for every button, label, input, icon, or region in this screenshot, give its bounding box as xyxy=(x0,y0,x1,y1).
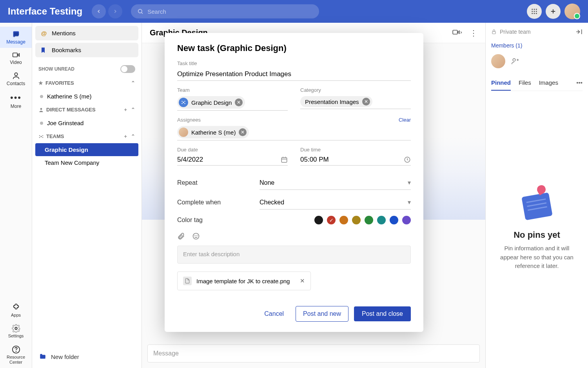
post-and-close-button[interactable]: Post and close xyxy=(354,306,411,321)
team-label: Team xyxy=(177,87,288,93)
svg-point-37 xyxy=(184,103,185,104)
color-swatch[interactable] xyxy=(314,216,323,224)
new-task-modal: New task (Graphic Design) Task title Tea… xyxy=(165,33,423,332)
due-date-value[interactable]: 5/4/2022 xyxy=(177,156,203,164)
calendar-icon[interactable] xyxy=(281,156,288,163)
assignees-label: Assignees xyxy=(177,117,201,123)
due-time-label: Due time xyxy=(300,147,411,153)
file-icon xyxy=(183,277,192,285)
svg-rect-38 xyxy=(281,158,287,162)
emoji-button[interactable] xyxy=(192,232,200,240)
task-title-input[interactable] xyxy=(177,68,411,81)
due-time-value[interactable]: 05:00 PM xyxy=(300,156,329,164)
remove-team-chip[interactable]: ✕ xyxy=(235,98,243,106)
attachment-chip: Image template for JK to create.png ✕ xyxy=(177,271,311,290)
color-swatch[interactable] xyxy=(339,216,348,224)
assignee-avatar xyxy=(179,128,188,137)
svg-point-43 xyxy=(193,233,199,239)
svg-point-36 xyxy=(181,103,182,104)
remove-category-chip[interactable]: ✕ xyxy=(362,98,370,106)
post-and-new-button[interactable]: Post and new xyxy=(296,306,348,322)
clear-assignees-button[interactable]: Clear xyxy=(399,117,411,123)
svg-point-35 xyxy=(184,101,185,102)
svg-point-33 xyxy=(183,102,184,103)
chevron-down-icon: ▾ xyxy=(408,199,411,206)
svg-point-34 xyxy=(181,101,182,102)
team-chip[interactable]: Graphic Design ✕ xyxy=(177,96,245,109)
color-swatch[interactable] xyxy=(352,216,361,224)
team-chip-icon xyxy=(179,98,188,107)
category-label: Category xyxy=(300,87,411,93)
modal-overlay: New task (Graphic Design) Task title Tea… xyxy=(0,0,588,368)
complete-when-select[interactable]: Checked ▾ xyxy=(260,195,411,210)
svg-point-45 xyxy=(197,235,197,236)
color-swatch[interactable] xyxy=(390,216,398,224)
attachment-name: Image template for JK to create.png xyxy=(196,278,290,284)
clock-icon[interactable] xyxy=(404,156,411,163)
remove-attachment-button[interactable]: ✕ xyxy=(300,277,305,284)
assignee-chip[interactable]: Katherine S (me) ✕ xyxy=(177,126,249,138)
due-date-label: Due date xyxy=(177,147,288,153)
svg-point-44 xyxy=(195,235,195,236)
complete-when-label: Complete when xyxy=(177,199,260,206)
color-tag-label: Color tag xyxy=(177,217,203,224)
cancel-button[interactable]: Cancel xyxy=(258,306,290,321)
remove-assignee-chip[interactable]: ✕ xyxy=(239,128,247,136)
modal-title: New task (Graphic Design) xyxy=(177,43,411,53)
color-swatch[interactable] xyxy=(402,216,411,224)
repeat-select[interactable]: None ▾ xyxy=(260,176,411,190)
color-swatch[interactable] xyxy=(365,216,373,224)
category-chip[interactable]: Presentation Images ✕ xyxy=(300,96,372,107)
task-description-input[interactable]: Enter task description xyxy=(177,246,411,264)
color-swatch[interactable] xyxy=(327,216,336,224)
chevron-down-icon: ▾ xyxy=(408,179,411,186)
color-swatches xyxy=(314,216,411,224)
attach-file-button[interactable] xyxy=(177,232,185,240)
repeat-label: Repeat xyxy=(177,179,260,186)
color-swatch[interactable] xyxy=(377,216,386,224)
task-title-label: Task title xyxy=(177,60,411,66)
